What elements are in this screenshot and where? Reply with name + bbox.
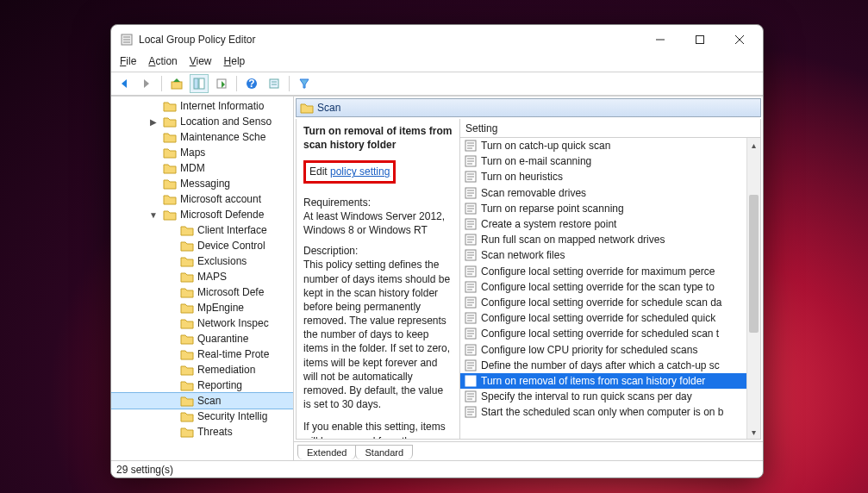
setting-label: Configure local setting override for max… xyxy=(481,265,715,278)
tree-item[interactable]: Internet Informatio xyxy=(111,98,293,114)
up-button[interactable] xyxy=(167,74,186,93)
gpedit-window: Local Group Policy Editor File Action Vi… xyxy=(110,24,764,478)
tree-item[interactable]: Microsoft account xyxy=(111,191,293,207)
settings-list[interactable]: Turn on catch-up quick scanTurn on e-mai… xyxy=(460,138,760,420)
minimize-button[interactable] xyxy=(640,25,680,54)
setting-item[interactable]: Turn on removal of items from scan histo… xyxy=(460,373,760,389)
tree-item[interactable]: ▶Location and Senso xyxy=(111,114,293,129)
vertical-scrollbar[interactable]: ▴ ▾ xyxy=(746,138,760,439)
tree-item[interactable]: Scan xyxy=(111,393,293,409)
tab-standard[interactable]: Standard xyxy=(355,445,413,459)
setting-item[interactable]: Configure local setting override for max… xyxy=(460,264,760,279)
setting-item[interactable]: Turn on reparse point scanning xyxy=(460,201,760,216)
titlebar[interactable]: Local Group Policy Editor xyxy=(111,25,763,54)
show-hide-tree-button[interactable] xyxy=(190,74,209,93)
collapse-icon[interactable]: ▼ xyxy=(149,210,158,220)
extended-body: Turn on removal of items from scan histo… xyxy=(296,119,761,440)
svg-text:?: ? xyxy=(248,78,254,90)
tree-item[interactable]: Reporting xyxy=(111,378,293,393)
requirements-text: At least Windows Server 2012, Windows 8 … xyxy=(303,209,453,237)
setting-item[interactable]: Configure local setting override for sch… xyxy=(460,310,760,326)
scroll-down-button[interactable]: ▾ xyxy=(747,425,760,439)
svg-rect-9 xyxy=(194,78,198,89)
setting-label: Turn on catch-up quick scan xyxy=(481,140,610,152)
tree-item[interactable]: Maps xyxy=(111,145,293,160)
tree-item-label: Microsoft account xyxy=(180,193,261,205)
tree-item[interactable]: Network Inspec xyxy=(111,315,293,331)
tree-item-label: Quarantine xyxy=(197,333,248,345)
tree-item[interactable]: Microsoft Defe xyxy=(111,284,293,300)
scroll-thumb[interactable] xyxy=(749,195,759,333)
status-text: 29 setting(s) xyxy=(116,464,173,476)
setting-label: Turn on heuristics xyxy=(481,171,563,183)
maximize-button[interactable] xyxy=(680,25,720,54)
setting-item[interactable]: Scan network files xyxy=(460,247,760,263)
close-button[interactable] xyxy=(720,25,759,54)
svg-rect-5 xyxy=(696,36,704,44)
tree-item[interactable]: ▼Microsoft Defende xyxy=(111,207,293,222)
forward-button[interactable] xyxy=(137,74,156,93)
menu-help[interactable]: Help xyxy=(224,55,246,67)
setting-label: Scan removable drives xyxy=(481,187,586,199)
filter-button[interactable] xyxy=(295,74,314,93)
menubar: File Action View Help xyxy=(111,54,763,72)
setting-item[interactable]: Create a system restore point xyxy=(460,216,760,232)
tab-extended[interactable]: Extended xyxy=(297,445,356,459)
tree-item-label: Device Control xyxy=(197,240,265,252)
column-header-setting[interactable]: Setting xyxy=(460,119,760,138)
tree-item-label: Remediation xyxy=(197,364,255,376)
tree-item[interactable]: Threats xyxy=(111,424,293,440)
tree-item[interactable]: MDM xyxy=(111,160,293,176)
edit-highlight: Edit policy setting xyxy=(303,160,396,183)
setting-item[interactable]: Scan removable drives xyxy=(460,185,760,201)
tree-item-label: Reporting xyxy=(197,379,242,391)
setting-item[interactable]: Define the number of days after which a … xyxy=(460,358,760,373)
help-button[interactable]: ? xyxy=(242,74,261,93)
setting-item[interactable]: Configure local setting override for the… xyxy=(460,279,760,295)
tree-item[interactable]: Messaging xyxy=(111,176,293,191)
setting-label: Create a system restore point xyxy=(481,218,616,230)
setting-label: Configure local setting override for sch… xyxy=(481,328,719,340)
folder-icon xyxy=(300,102,314,114)
scroll-up-button[interactable]: ▴ xyxy=(747,138,760,152)
menu-view[interactable]: View xyxy=(190,55,212,67)
setting-item[interactable]: Specify the interval to run quick scans … xyxy=(460,389,760,404)
tree-item[interactable]: Exclusions xyxy=(111,253,293,269)
tree-item-label: Scan xyxy=(197,395,221,407)
tree-item[interactable]: Remediation xyxy=(111,362,293,378)
setting-item[interactable]: Turn on e-mail scanning xyxy=(460,153,760,169)
tree-item-label: Location and Senso xyxy=(180,115,272,128)
back-button[interactable] xyxy=(115,74,134,93)
menu-file[interactable]: File xyxy=(120,55,136,67)
setting-item[interactable]: Start the scheduled scan only when compu… xyxy=(460,404,760,420)
setting-label: Scan network files xyxy=(481,249,565,261)
scroll-track[interactable] xyxy=(747,152,760,425)
setting-item[interactable]: Turn on catch-up quick scan xyxy=(460,138,760,153)
tree-item-label: MpEngine xyxy=(197,302,244,314)
svg-rect-10 xyxy=(199,78,204,89)
menu-action[interactable]: Action xyxy=(148,55,177,67)
tree-item[interactable]: Real-time Prote xyxy=(111,346,293,362)
setting-item[interactable]: Configure local setting override for sch… xyxy=(460,295,760,310)
nav-tree[interactable]: Internet Informatio▶Location and SensoMa… xyxy=(111,97,294,460)
setting-label: Turn on e-mail scanning xyxy=(481,155,591,167)
tree-item[interactable]: MpEngine xyxy=(111,300,293,315)
setting-item[interactable]: Turn on heuristics xyxy=(460,169,760,184)
export-button[interactable] xyxy=(212,74,231,93)
setting-item[interactable]: Configure low CPU priority for scheduled… xyxy=(460,341,760,357)
edit-policy-link[interactable]: policy setting xyxy=(330,165,390,178)
tree-item[interactable]: Maintenance Sche xyxy=(111,129,293,145)
tree-item[interactable]: Device Control xyxy=(111,238,293,253)
tree-item-label: Real-time Prote xyxy=(197,348,269,360)
content-area: Internet Informatio▶Location and SensoMa… xyxy=(111,96,763,460)
tree-item[interactable]: Quarantine xyxy=(111,331,293,346)
toolbar: ? xyxy=(111,72,763,96)
properties-button[interactable] xyxy=(265,74,284,93)
tree-item[interactable]: Client Interface xyxy=(111,222,293,238)
expand-icon[interactable]: ▶ xyxy=(149,117,158,127)
setting-item[interactable]: Run full scan on mapped network drives xyxy=(460,232,760,247)
requirements-heading: Requirements: xyxy=(303,196,453,209)
tree-item[interactable]: MAPS xyxy=(111,269,293,284)
setting-item[interactable]: Configure local setting override for sch… xyxy=(460,326,760,341)
tree-item[interactable]: Security Intellig xyxy=(111,409,293,424)
